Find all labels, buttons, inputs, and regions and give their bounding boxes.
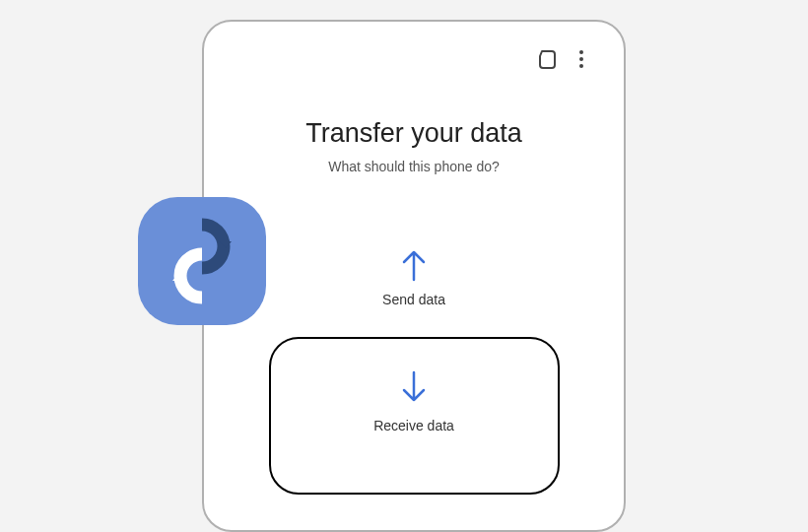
send-data-label: Send data [382,292,445,307]
arrow-down-icon [400,370,428,404]
receive-data-label: Receive data [373,418,454,433]
top-bar [229,41,599,69]
receive-data-button[interactable]: Receive data [269,337,560,495]
smart-switch-s-icon [163,217,241,305]
page-subtitle: What should this phone do? [229,159,599,174]
arrow-up-icon [400,248,428,282]
smart-switch-app-icon [138,197,266,325]
sd-card-icon[interactable] [538,49,556,69]
page-title: Transfer your data [229,118,599,149]
more-vertical-icon[interactable] [573,49,589,69]
options-container: Send data Receive data [229,248,599,495]
send-data-button[interactable]: Send data [382,248,445,307]
